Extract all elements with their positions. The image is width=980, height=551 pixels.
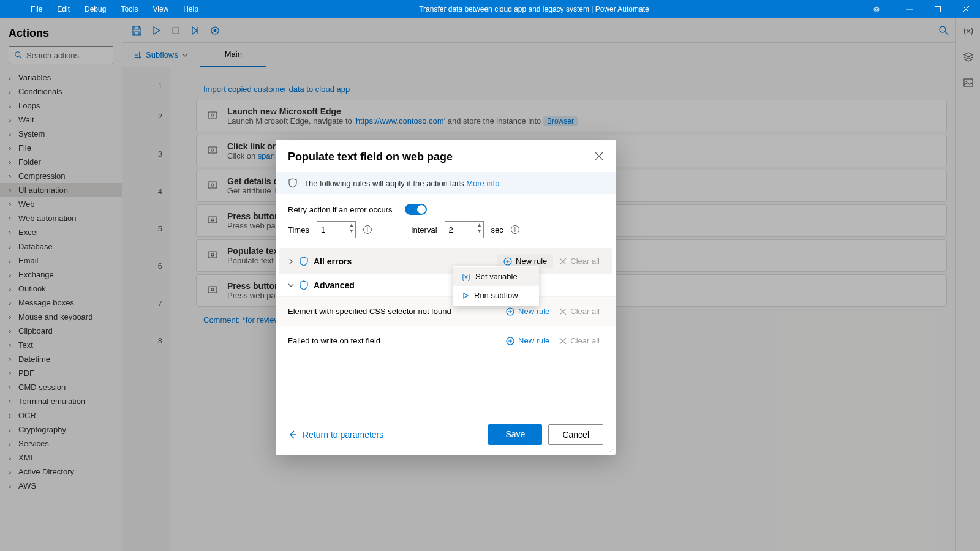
shield-blue-icon xyxy=(299,257,309,266)
popup-run-subflow[interactable]: Run subflow xyxy=(453,286,539,305)
advanced-error-css-selector[interactable]: Element with specified CSS selector not … xyxy=(276,296,616,326)
robot-icon[interactable] xyxy=(862,0,891,18)
advanced-section[interactable]: Advanced xyxy=(279,274,612,296)
close-button[interactable] xyxy=(952,0,980,18)
window-title: Transfer data between cloud app and lega… xyxy=(206,5,862,13)
all-errors-section[interactable]: All errors New rule Clear all xyxy=(279,248,612,274)
adv-item-label: Failed to write on text field xyxy=(288,336,380,345)
more-info-link[interactable]: More info xyxy=(466,179,499,188)
plus-circle-icon xyxy=(506,337,514,345)
new-rule-popup: {x} Set variable Run subflow xyxy=(453,266,539,306)
menu-view[interactable]: View xyxy=(145,5,176,13)
error-handling-dialog: Populate text field on web page The foll… xyxy=(276,140,616,455)
title-bar: File Edit Debug Tools View Help Transfer… xyxy=(0,0,980,18)
maximize-button[interactable] xyxy=(924,0,952,18)
x-icon xyxy=(559,258,567,265)
dialog-close-button[interactable] xyxy=(595,152,603,163)
chevron-down-icon xyxy=(288,282,294,288)
interval-spinner[interactable]: ▲▼ xyxy=(477,222,482,234)
all-errors-clear-all: Clear all xyxy=(556,254,603,268)
menu-bar: File Edit Debug Tools View Help xyxy=(0,5,206,13)
play-icon xyxy=(462,292,469,299)
arrow-left-icon xyxy=(288,430,298,440)
popup-set-variable[interactable]: {x} Set variable xyxy=(453,267,539,286)
interval-input[interactable]: 2▲▼ xyxy=(445,221,484,238)
variable-icon: {x} xyxy=(462,272,470,281)
interval-info-icon[interactable]: i xyxy=(511,225,519,234)
times-input[interactable]: 1▲▼ xyxy=(317,221,356,238)
svg-point-2 xyxy=(877,9,878,9)
retry-toggle[interactable] xyxy=(405,204,427,215)
times-info-icon[interactable]: i xyxy=(363,225,372,234)
css-new-rule-button[interactable]: New rule xyxy=(502,304,553,318)
svg-point-1 xyxy=(875,9,876,9)
chevron-right-icon xyxy=(288,258,294,264)
x-icon xyxy=(559,337,567,345)
menu-debug[interactable]: Debug xyxy=(77,5,113,13)
minimize-button[interactable] xyxy=(895,0,924,18)
menu-edit[interactable]: Edit xyxy=(50,5,77,13)
svg-rect-3 xyxy=(935,7,941,12)
menu-tools[interactable]: Tools xyxy=(113,5,145,13)
adv-item-label: Element with specified CSS selector not … xyxy=(288,307,451,316)
dialog-footer: Return to parameters Save Cancel xyxy=(276,414,616,455)
info-bar: The following rules will apply if the ac… xyxy=(276,172,616,194)
shield-icon xyxy=(288,178,298,188)
css-clear-all: Clear all xyxy=(556,304,603,318)
svg-rect-0 xyxy=(874,8,879,11)
interval-label: Interval xyxy=(411,225,437,234)
menu-file[interactable]: File xyxy=(23,5,50,13)
menu-help[interactable]: Help xyxy=(176,5,206,13)
advanced-error-failed-write[interactable]: Failed to write on text field New rule C… xyxy=(276,326,616,355)
times-label: Times xyxy=(288,225,309,234)
info-text: The following rules will apply if the ac… xyxy=(304,179,466,188)
write-new-rule-button[interactable]: New rule xyxy=(502,334,553,348)
return-to-parameters-link[interactable]: Return to parameters xyxy=(288,430,383,440)
retry-label: Retry action if an error occurs xyxy=(288,205,393,214)
shield-blue-icon xyxy=(299,280,309,290)
cancel-button[interactable]: Cancel xyxy=(548,424,603,445)
save-button[interactable]: Save xyxy=(488,424,542,445)
sec-label: sec xyxy=(491,225,503,234)
plus-circle-icon xyxy=(506,307,514,316)
dialog-title: Populate text field on web page xyxy=(288,151,453,163)
write-clear-all: Clear all xyxy=(556,334,603,348)
all-errors-label: All errors xyxy=(314,257,352,266)
advanced-label: Advanced xyxy=(314,280,355,290)
x-icon xyxy=(559,308,567,315)
plus-circle-icon xyxy=(503,257,512,266)
times-spinner[interactable]: ▲▼ xyxy=(349,222,354,234)
